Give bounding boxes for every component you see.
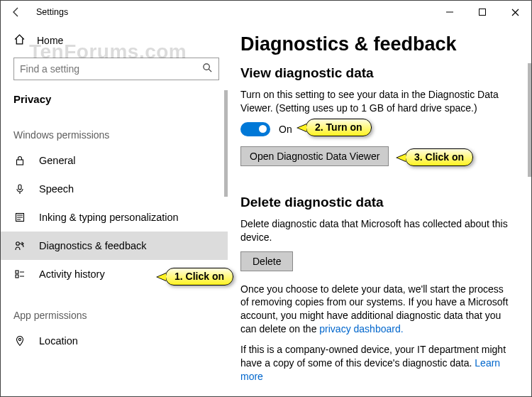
activity-icon [13,268,26,281]
nav-label: Speech [39,183,74,195]
section-windows-permissions: Windows permissions [13,124,219,146]
sidebar-item-location[interactable]: Location [13,327,219,355]
feedback-icon [13,239,26,252]
microphone-icon [13,183,26,195]
titlebar: Settings [1,1,531,23]
search-input[interactable] [20,63,198,75]
svg-rect-9 [16,275,18,278]
sidebar-item-speech[interactable]: Speech [13,175,219,203]
nav-label: Diagnostics & feedback [39,240,147,251]
svg-point-10 [18,338,21,340]
home-label: Home [37,35,63,46]
lock-icon [13,154,26,167]
section-delete-heading: Delete diagnostic data [240,195,514,210]
search-icon [202,62,213,75]
callout-1: 1. Click on [165,268,233,285]
window-title: Settings [36,7,68,17]
content-pane: Diagnostics & feedback View diagnostic d… [228,23,531,396]
view-description: Turn on this setting to see your data in… [240,88,510,115]
nav-label: Activity history [39,268,105,280]
page-title: Diagnostics & feedback [240,33,514,55]
open-diagnostic-viewer-button[interactable]: Open Diagnostic Data Viewer [240,146,389,166]
callout-2: 2. Turn on [306,119,372,136]
svg-point-2 [204,64,209,70]
callout-3: 3. Click on [405,148,473,166]
delete-after-text: Once you choose to delete your data, we'… [240,283,510,337]
svg-line-3 [209,69,211,72]
location-icon [13,335,26,347]
inking-icon [13,211,26,224]
home-icon [13,33,26,48]
section-view-heading: View diagnostic data [240,65,514,81]
content-scrollbar[interactable] [528,63,531,177]
nav-label: Location [39,335,78,347]
svg-rect-8 [16,271,18,273]
sidebar-item-general[interactable]: General [13,146,219,175]
toggle-state-label: On [279,124,292,135]
window-controls [433,1,531,23]
delete-description: Delete diagnostic data that Microsoft ha… [240,217,510,244]
nav-label: General [39,155,76,166]
home-nav[interactable]: Home [13,26,219,55]
svg-rect-5 [18,185,21,190]
category-heading: Privacy [13,86,219,116]
section-app-permissions: App permissions [13,304,219,327]
company-device-text: If this is a company-owned device, your … [240,343,510,384]
sidebar: Home Privacy Windows permissions General [1,23,228,396]
maximize-button[interactable] [466,1,499,23]
minimize-button[interactable] [433,1,466,23]
svg-rect-1 [480,9,486,16]
view-data-toggle[interactable] [240,122,270,136]
svg-rect-4 [17,160,23,165]
svg-point-7 [16,242,20,246]
search-box[interactable] [13,58,219,80]
sidebar-item-inking[interactable]: Inking & typing personalization [13,203,219,232]
delete-button[interactable]: Delete [240,251,293,271]
sidebar-item-diagnostics[interactable]: Diagnostics & feedback [1,232,228,260]
close-button[interactable] [499,1,531,23]
privacy-dashboard-link[interactable]: privacy dashboard. [319,323,403,335]
back-button[interactable] [6,2,26,22]
nav-label: Inking & typing personalization [39,212,179,223]
